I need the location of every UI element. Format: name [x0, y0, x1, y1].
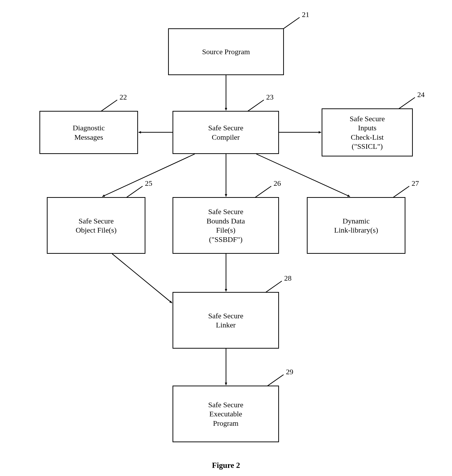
diagram-canvas: Source Program DiagnosticMessages Safe S… [0, 0, 452, 476]
leader-21 [283, 17, 300, 29]
box-label: DynamicLink-library(s) [334, 216, 378, 235]
leader-24 [399, 97, 415, 109]
box-ssbdf: Safe SecureBounds DataFile(s)("SSBDF") [173, 197, 279, 254]
box-label: DiagnosticMessages [73, 123, 105, 142]
leader-25 [126, 186, 143, 198]
ref-25: 25 [145, 179, 152, 187]
leader-27 [393, 186, 409, 198]
box-label: Source Program [202, 47, 250, 56]
box-source-program: Source Program [168, 28, 284, 75]
box-label: Safe SecureExecutableProgram [208, 400, 243, 428]
ref-29: 29 [286, 368, 293, 376]
svg-line-5 [256, 154, 350, 197]
ref-23: 23 [266, 93, 274, 101]
box-safe-secure-executable: Safe SecureExecutableProgram [173, 386, 279, 442]
box-diagnostic-messages: DiagnosticMessages [39, 111, 138, 154]
box-label: Safe SecureObject File(s) [76, 216, 117, 235]
svg-line-4 [102, 154, 195, 197]
box-label: Safe SecureInputsCheck-List("SSICL") [350, 114, 385, 151]
box-label: Safe SecureBounds DataFile(s)("SSBDF") [207, 207, 245, 244]
box-dynamic-link-library: DynamicLink-library(s) [307, 197, 405, 254]
box-safe-secure-compiler: Safe SecureCompiler [173, 111, 279, 154]
leader-23 [247, 100, 264, 111]
ref-27: 27 [412, 179, 419, 187]
ref-24: 24 [417, 90, 425, 99]
box-safe-secure-linker: Safe SecureLinker [173, 292, 279, 349]
leader-29 [267, 374, 284, 386]
ref-26: 26 [274, 179, 281, 187]
figure-caption: Figure 2 [212, 461, 240, 470]
leader-26 [255, 186, 271, 198]
leader-28 [265, 281, 282, 292]
ref-21: 21 [302, 10, 309, 19]
box-ssicl: Safe SecureInputsCheck-List("SSICL") [322, 108, 413, 156]
leader-22 [101, 100, 117, 111]
box-safe-secure-object-files: Safe SecureObject File(s) [47, 197, 145, 254]
box-label: Safe SecureCompiler [208, 123, 243, 142]
box-label: Safe SecureLinker [208, 311, 243, 330]
svg-line-7 [112, 254, 172, 303]
ref-28: 28 [284, 274, 292, 282]
ref-22: 22 [120, 93, 127, 101]
